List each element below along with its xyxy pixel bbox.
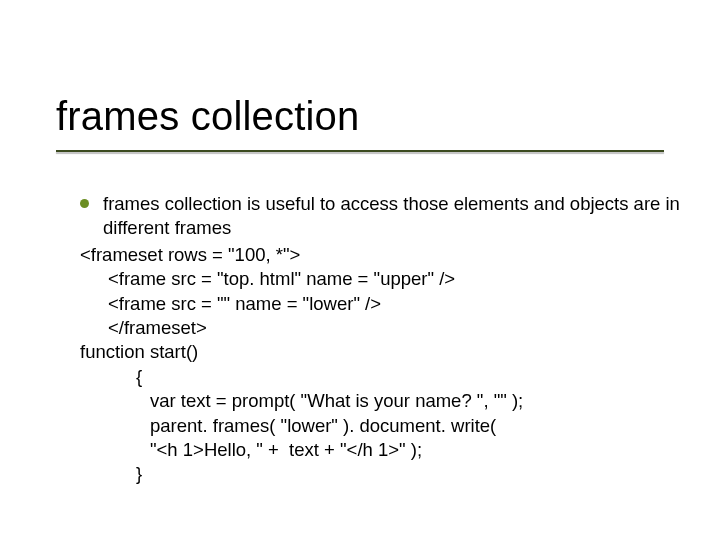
bullet-text: frames collection is useful to access th… <box>103 192 680 241</box>
code-line: var text = prompt( "What is your name? "… <box>80 389 680 413</box>
slide: frames collection frames collection is u… <box>0 0 720 540</box>
code-line: <frameset rows = "100, *"> <box>80 243 680 267</box>
code-line: "<h 1>Hello, " + text + "</h 1>" ); <box>80 438 680 462</box>
page-title: frames collection <box>56 94 680 139</box>
code-line: parent. frames( "lower" ). document. wri… <box>80 414 680 438</box>
code-line: function start() <box>80 340 680 364</box>
bullet-icon <box>80 199 89 208</box>
bullet-item: frames collection is useful to access th… <box>80 192 680 241</box>
code-line: <frame src = "" name = "lower" /> <box>80 292 680 316</box>
title-underline <box>56 150 664 152</box>
code-line: <frame src = "top. html" name = "upper" … <box>80 267 680 291</box>
title-wrap: frames collection <box>56 94 680 139</box>
code-line: { <box>80 365 680 389</box>
code-line: </frameset> <box>80 316 680 340</box>
body-content: frames collection is useful to access th… <box>80 192 680 487</box>
code-line: } <box>80 462 680 486</box>
